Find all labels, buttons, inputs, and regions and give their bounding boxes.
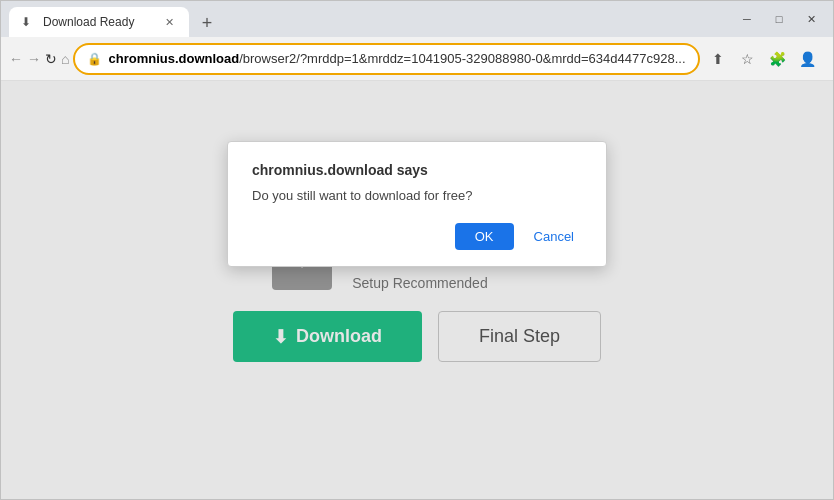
profile-button[interactable]: 👤 bbox=[794, 45, 822, 73]
tab-close-button[interactable]: ✕ bbox=[161, 14, 177, 30]
dialog-origin: chromnius.download says bbox=[252, 162, 582, 178]
active-tab[interactable]: ⬇ Download Ready ✕ bbox=[9, 7, 189, 37]
dialog-cancel-button[interactable]: Cancel bbox=[526, 223, 582, 250]
menu-button[interactable]: ⋮ bbox=[824, 45, 835, 73]
dialog-message: Do you still want to download for free? bbox=[252, 188, 582, 203]
home-button[interactable]: ⌂ bbox=[61, 45, 69, 73]
title-bar: ⬇ Download Ready ✕ + ─ □ ✕ bbox=[1, 1, 833, 37]
toolbar: ← → ↻ ⌂ 🔒 chromnius.download/browser2/?m… bbox=[1, 37, 833, 81]
back-button[interactable]: ← bbox=[9, 45, 23, 73]
maximize-button[interactable]: □ bbox=[765, 9, 793, 29]
url-text: chromnius.download/browser2/?mrddp=1&mrd… bbox=[108, 51, 685, 66]
tab-area: ⬇ Download Ready ✕ + bbox=[9, 1, 729, 37]
dialog-overlay: chromnius.download says Do you still wan… bbox=[1, 81, 833, 499]
extensions-button[interactable]: 🧩 bbox=[764, 45, 792, 73]
dialog-ok-button[interactable]: OK bbox=[455, 223, 514, 250]
share-button[interactable]: ⬆ bbox=[704, 45, 732, 73]
url-path: /browser2/?mrddp=1&mrddz=1041905-3290889… bbox=[239, 51, 685, 66]
close-button[interactable]: ✕ bbox=[797, 9, 825, 29]
page-content: chromnius.download says Do you still wan… bbox=[1, 81, 833, 499]
window-controls: ─ □ ✕ bbox=[733, 9, 825, 29]
forward-button[interactable]: → bbox=[27, 45, 41, 73]
tab-title: Download Ready bbox=[43, 15, 153, 29]
new-tab-button[interactable]: + bbox=[193, 9, 221, 37]
dialog: chromnius.download says Do you still wan… bbox=[227, 141, 607, 267]
lock-icon: 🔒 bbox=[87, 52, 102, 66]
dialog-buttons: OK Cancel bbox=[252, 223, 582, 250]
refresh-button[interactable]: ↻ bbox=[45, 45, 57, 73]
minimize-button[interactable]: ─ bbox=[733, 9, 761, 29]
toolbar-icons: ⬆ ☆ 🧩 👤 ⋮ bbox=[704, 45, 835, 73]
bookmark-button[interactable]: ☆ bbox=[734, 45, 762, 73]
address-bar-wrapper: 🔒 chromnius.download/browser2/?mrddp=1&m… bbox=[73, 43, 699, 75]
tab-favicon: ⬇ bbox=[21, 15, 35, 29]
browser-frame: ⬇ Download Ready ✕ + ─ □ ✕ ← → ↻ ⌂ 🔒 chr… bbox=[0, 0, 834, 500]
address-bar[interactable]: 🔒 chromnius.download/browser2/?mrddp=1&m… bbox=[73, 43, 699, 75]
url-domain: chromnius.download bbox=[108, 51, 239, 66]
